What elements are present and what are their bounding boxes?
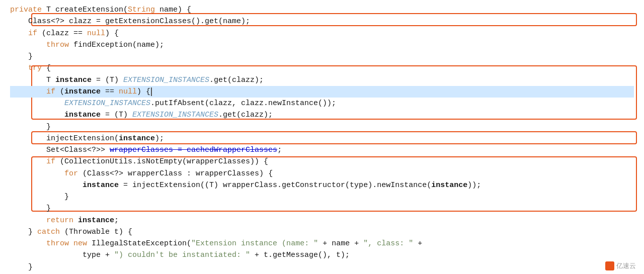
watermark-text: 亿速云 — [616, 261, 636, 271]
code-line-8: EXTENSION_INSTANCES.putIfAbsent(clazz, c… — [10, 98, 634, 109]
code-line-19: } catch (Throwable t) { — [10, 226, 634, 238]
code-line-10: } — [10, 121, 634, 133]
watermark-logo — [605, 261, 614, 270]
code-line-4: } — [10, 51, 634, 62]
code-line-13: if (CollectionUtils.isNotEmpty(wrapperCl… — [10, 156, 634, 167]
code-line-18: return instance; — [10, 215, 634, 226]
code-line-3: throw findException(name); — [10, 39, 634, 51]
code-line-2: if (clazz == null) { — [10, 28, 634, 39]
code-line-20: throw new IllegalStateException("Extensi… — [10, 238, 634, 249]
code-line-6: T instance = (T) EXTENSION_INSTANCES.get… — [10, 74, 634, 86]
code-line-16: } — [10, 191, 634, 203]
code-line-17: } — [10, 203, 634, 214]
code-line-22: } — [10, 261, 634, 273]
code-line-9: instance = (T) EXTENSION_INSTANCES.get(c… — [10, 109, 634, 121]
code-line-21: type + ") couldn't be instantiated: " + … — [10, 249, 634, 261]
code-line-15: instance = injectExtension((T) wrapperCl… — [10, 179, 634, 191]
code-line-12: Set<Class<?>> wrapperClasses = cachedWra… — [10, 144, 634, 156]
code-line-5: try { — [10, 62, 634, 74]
code-line-0: private T createExtension(String name) { — [10, 4, 634, 16]
code-line-14: for (Class<?> wrapperClass : wrapperClas… — [10, 168, 634, 179]
code-line-7: if (instance == null) { — [10, 86, 634, 98]
code-line-1: Class<?> clazz = getExtensionClasses().g… — [10, 16, 634, 27]
watermark: 亿速云 — [605, 261, 636, 271]
code-container: private T createExtension(String name) {… — [0, 0, 644, 274]
code-line-11: injectExtension(instance); — [10, 133, 634, 144]
